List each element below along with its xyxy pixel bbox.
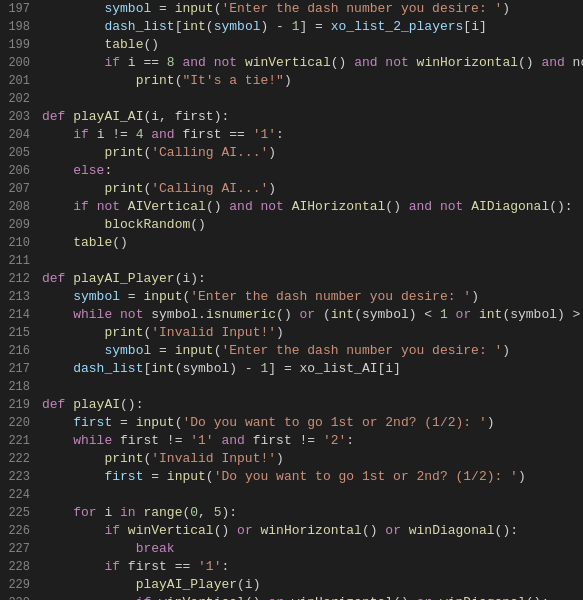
code-token: first: [104, 469, 143, 484]
code-token: (): [518, 55, 541, 70]
line-number: 218: [4, 378, 30, 396]
line-numbers: 1971981992002012022032042052062072082092…: [0, 0, 38, 600]
code-token: (symbol) >: [502, 307, 583, 322]
code-token: (: [315, 307, 331, 322]
code-line: if winVertical() or winHorizontal() or w…: [42, 594, 583, 600]
code-line: else:: [42, 162, 583, 180]
code-token: (): [385, 199, 408, 214]
code-line: dash_list[int(symbol) - 1] = xo_list_AI[…: [42, 360, 583, 378]
code-token: ():: [120, 397, 143, 412]
code-token: playAI_Player: [136, 577, 237, 592]
code-content[interactable]: symbol = input('Enter the dash number yo…: [38, 0, 583, 600]
code-token: [151, 595, 159, 600]
code-token: [120, 523, 128, 538]
code-token: isnumeric: [206, 307, 276, 322]
code-line: symbol = input('Enter the dash number yo…: [42, 0, 583, 18]
code-token: input: [143, 289, 182, 304]
code-line: print('Invalid Input!'): [42, 450, 583, 468]
code-token: [471, 307, 479, 322]
line-number: 207: [4, 180, 30, 198]
code-token: or: [456, 307, 472, 322]
code-token: input: [167, 469, 206, 484]
code-token: [401, 523, 409, 538]
line-number: 229: [4, 576, 30, 594]
code-token: blockRandom: [104, 217, 190, 232]
code-token: first ==: [120, 559, 198, 574]
code-token: (): [206, 199, 229, 214]
code-token: [42, 433, 73, 448]
line-number: 221: [4, 432, 30, 450]
code-token: in: [120, 505, 136, 520]
code-token: if: [104, 559, 120, 574]
code-token: 'Invalid Input!': [151, 451, 276, 466]
line-number: 202: [4, 90, 30, 108]
code-token: [42, 523, 104, 538]
line-number: 228: [4, 558, 30, 576]
line-number: 208: [4, 198, 30, 216]
code-token: 0: [190, 505, 198, 520]
code-token: [42, 577, 136, 592]
code-token: [42, 361, 73, 376]
code-line: print("It's a tie!"): [42, 72, 583, 90]
code-token: [42, 1, 104, 16]
code-token: [42, 505, 73, 520]
code-token: or: [385, 523, 401, 538]
code-token: 1: [292, 19, 300, 34]
code-token: and: [541, 55, 564, 70]
code-token: [253, 523, 261, 538]
line-number: 210: [4, 234, 30, 252]
line-number: 197: [4, 0, 30, 18]
code-token: [42, 217, 104, 232]
code-token: int: [182, 19, 205, 34]
code-token: =: [151, 343, 174, 358]
code-token: [42, 595, 136, 600]
code-token: [112, 307, 120, 322]
code-token: [432, 595, 440, 600]
code-token: while: [73, 433, 112, 448]
code-token: ): [268, 181, 276, 196]
code-token: [42, 163, 73, 178]
code-token: [42, 541, 136, 556]
code-token: if: [136, 595, 152, 600]
code-token: int: [331, 307, 354, 322]
code-token: 5: [214, 505, 222, 520]
line-number: 227: [4, 540, 30, 558]
code-line: symbol = input('Enter the dash number yo…: [42, 288, 583, 306]
code-token: 'Enter the dash number you desire: ': [221, 1, 502, 16]
code-token: [284, 199, 292, 214]
code-token: ():: [526, 595, 549, 600]
code-line: def playAI_Player(i):: [42, 270, 583, 288]
line-number: 220: [4, 414, 30, 432]
line-number: 223: [4, 468, 30, 486]
code-token: playAI_AI: [73, 109, 143, 124]
code-token: if: [73, 127, 89, 142]
code-token: or: [237, 523, 253, 538]
code-token: or: [300, 307, 316, 322]
code-token: (): [214, 523, 237, 538]
code-line: while not symbol.isnumeric() or (int(sym…: [42, 306, 583, 324]
code-line: print('Invalid Input!'): [42, 324, 583, 342]
code-token: ): [487, 415, 495, 430]
code-token: winHorizontal: [292, 595, 393, 600]
code-token: [42, 37, 104, 52]
line-number: 216: [4, 342, 30, 360]
code-token: (): [276, 307, 299, 322]
code-token: [237, 55, 245, 70]
line-number: 219: [4, 396, 30, 414]
line-number: 225: [4, 504, 30, 522]
code-token: 'Do you want to go 1st or 2nd? (1/2): ': [182, 415, 486, 430]
code-token: [42, 415, 73, 430]
code-line: print('Calling AI...'): [42, 144, 583, 162]
code-line: if i == 8 and not winVertical() and not …: [42, 54, 583, 72]
code-line: if i != 4 and first == '1':: [42, 126, 583, 144]
code-line: if winVertical() or winHorizontal() or w…: [42, 522, 583, 540]
code-token: 'Invalid Input!': [151, 325, 276, 340]
code-token: xo_list_2_players: [331, 19, 464, 34]
code-line: [42, 90, 583, 108]
code-token: [42, 469, 104, 484]
code-line: symbol = input('Enter the dash number yo…: [42, 342, 583, 360]
code-token: first !=: [245, 433, 323, 448]
code-token: (i): [237, 577, 260, 592]
code-token: (): [393, 595, 416, 600]
code-token: [89, 199, 97, 214]
